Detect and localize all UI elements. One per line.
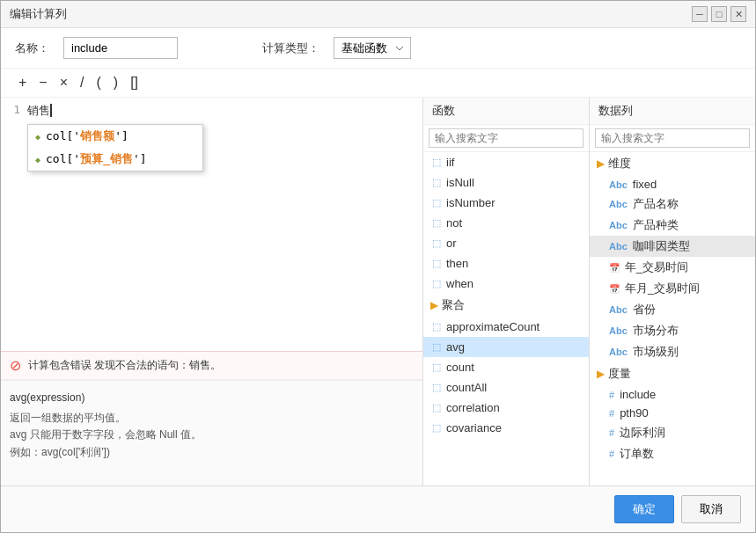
help-title: avg(expression) bbox=[10, 390, 414, 406]
func-label-countAll: countAll bbox=[446, 381, 487, 394]
columns-panel-title: 数据列 bbox=[590, 98, 755, 125]
col-item-pth90[interactable]: # pth90 bbox=[590, 404, 755, 422]
rparen-button[interactable]: ) bbox=[110, 74, 121, 91]
col-name-product-type: 产品种类 bbox=[633, 217, 679, 233]
col-group-label-dimensions: 维度 bbox=[608, 156, 631, 172]
main-area: 1 销售​ ◆ col['销售额'] ◆ col['预算_销售'] bbox=[1, 98, 755, 486]
col-item-margin[interactable]: # 边际利润 bbox=[590, 422, 755, 443]
col-type-icon-market-level: Abc bbox=[609, 347, 628, 357]
col-name-orders: 订单数 bbox=[620, 446, 654, 462]
col-name-fixed: fixed bbox=[633, 178, 657, 191]
col-item-market-level[interactable]: Abc 市场级别 bbox=[590, 341, 755, 362]
bracket-button[interactable]: [] bbox=[127, 74, 142, 91]
multiply-button[interactable]: × bbox=[56, 74, 71, 91]
col-type-icon-market-dist: Abc bbox=[609, 325, 628, 336]
func-label-covariance: covariance bbox=[446, 421, 502, 434]
func-icon-covariance: ⬚ bbox=[432, 422, 441, 434]
col-name-yearmonth-trade: 年月_交易时间 bbox=[625, 281, 700, 296]
func-label-count: count bbox=[446, 361, 474, 374]
title-bar: 编辑计算列 ─ □ ✕ bbox=[1, 1, 755, 28]
col-group-header-measures[interactable]: ▶ 度量 bbox=[590, 362, 755, 385]
plus-button[interactable]: + bbox=[15, 74, 30, 91]
error-icon: ⊘ bbox=[10, 357, 21, 374]
col-name-product-name: 产品名称 bbox=[633, 196, 679, 212]
func-item-iif[interactable]: ⬚ iif bbox=[423, 152, 589, 172]
func-item-isNumber[interactable]: ⬚ isNumber bbox=[423, 193, 589, 213]
functions-panel-title: 函数 bbox=[423, 98, 589, 125]
col-item-orders[interactable]: # 订单数 bbox=[590, 443, 755, 464]
functions-panel: 函数 ⬚ iif ⬚ isNull ⬚ isNumber bbox=[423, 98, 590, 486]
name-input[interactable] bbox=[63, 37, 178, 59]
col-type-icon-coffee-type: Abc bbox=[609, 241, 628, 252]
func-label-correlation: correlation bbox=[446, 401, 500, 414]
title-controls: ─ □ ✕ bbox=[692, 6, 746, 22]
col-type-icon-product-type: Abc bbox=[609, 220, 628, 230]
col-item-province[interactable]: Abc 省份 bbox=[590, 299, 755, 320]
autocomplete-item-1[interactable]: ◆ col['销售额'] bbox=[28, 125, 202, 148]
func-item-or[interactable]: ⬚ or bbox=[423, 233, 589, 253]
col-type-icon-product-name: Abc bbox=[609, 199, 628, 209]
dialog-title: 编辑计算列 bbox=[10, 6, 67, 22]
col-item-market-dist[interactable]: Abc 市场分布 bbox=[590, 320, 755, 341]
func-item-count[interactable]: ⬚ count bbox=[423, 357, 589, 377]
col-item-year-trade[interactable]: 📅 年_交易时间 bbox=[590, 257, 755, 278]
autocomplete-item-2[interactable]: ◆ col['预算_销售'] bbox=[28, 148, 202, 171]
col-item-product-type[interactable]: Abc 产品种类 bbox=[590, 215, 755, 236]
minus-button[interactable]: − bbox=[35, 74, 50, 91]
func-icon-countAll: ⬚ bbox=[432, 382, 441, 393]
col-item-fixed[interactable]: Abc fixed bbox=[590, 175, 755, 193]
func-label-not: not bbox=[446, 216, 462, 230]
col-item-yearmonth-trade[interactable]: 📅 年月_交易时间 bbox=[590, 278, 755, 299]
col-name-pth90: pth90 bbox=[620, 406, 649, 420]
divide-button[interactable]: / bbox=[77, 74, 87, 91]
col-name-province: 省份 bbox=[633, 302, 656, 318]
code-text: 销售 bbox=[27, 104, 50, 117]
form-row: 名称： 计算类型： 基础函数 高级函数 bbox=[1, 28, 755, 69]
col-name-year-trade: 年_交易时间 bbox=[625, 259, 688, 275]
folder-icon-dimensions: ▶ bbox=[597, 157, 605, 170]
diamond-icon-2: ◆ bbox=[35, 155, 40, 164]
func-item-not[interactable]: ⬚ not bbox=[423, 213, 589, 233]
lparen-button[interactable]: ( bbox=[92, 74, 104, 91]
func-item-approximateCount[interactable]: ⬚ approximateCount bbox=[423, 317, 589, 337]
func-icon-count: ⬚ bbox=[432, 361, 441, 373]
dialog: 编辑计算列 ─ □ ✕ 名称： 计算类型： 基础函数 高级函数 + − × / … bbox=[0, 0, 756, 533]
editor-panel: 1 销售​ ◆ col['销售额'] ◆ col['预算_销售'] bbox=[1, 98, 423, 486]
col-item-product-name[interactable]: Abc 产品名称 bbox=[590, 193, 755, 215]
col-item-coffee-type[interactable]: Abc 咖啡因类型 bbox=[590, 236, 755, 257]
col-name-market-level: 市场级别 bbox=[633, 344, 679, 360]
func-item-then[interactable]: ⬚ then bbox=[423, 253, 589, 274]
calc-type-label: 计算类型： bbox=[262, 40, 319, 56]
confirm-button[interactable]: 确定 bbox=[614, 495, 674, 523]
maximize-button[interactable]: □ bbox=[711, 6, 727, 22]
func-icon-then: ⬚ bbox=[432, 258, 441, 269]
func-item-isNull[interactable]: ⬚ isNull bbox=[423, 172, 589, 193]
functions-search-input[interactable] bbox=[429, 128, 584, 148]
columns-panel: 数据列 ▶ 维度 Abc fixed bbox=[590, 98, 755, 486]
close-button[interactable]: ✕ bbox=[730, 6, 746, 22]
func-item-avg[interactable]: ⬚ avg bbox=[423, 337, 589, 357]
col-group-header-dimensions[interactable]: ▶ 维度 bbox=[590, 152, 755, 175]
col-group-label-measures: 度量 bbox=[608, 366, 631, 382]
col-type-icon-pth90: # bbox=[609, 408, 614, 419]
toolbar: + − × / ( ) [] bbox=[1, 69, 755, 98]
minimize-button[interactable]: ─ bbox=[692, 6, 708, 22]
code-area[interactable]: 1 销售​ ◆ col['销售额'] ◆ col['预算_销售'] bbox=[1, 98, 422, 351]
func-label-isNull: isNull bbox=[446, 176, 474, 189]
group-header-aggregate[interactable]: ▶ 聚合 bbox=[423, 294, 589, 317]
func-icon-iif: ⬚ bbox=[432, 157, 441, 168]
cancel-button[interactable]: 取消 bbox=[681, 495, 741, 523]
func-item-covariance[interactable]: ⬚ covariance bbox=[423, 418, 589, 438]
func-label-iif: iif bbox=[446, 156, 454, 169]
folder-icon-measures: ▶ bbox=[597, 368, 605, 380]
func-item-correlation[interactable]: ⬚ correlation bbox=[423, 398, 589, 418]
col-item-include[interactable]: # include bbox=[590, 385, 755, 404]
calc-type-select[interactable]: 基础函数 高级函数 bbox=[334, 37, 411, 59]
func-label-approxCount: approximateCount bbox=[446, 320, 539, 333]
func-item-when[interactable]: ⬚ when bbox=[423, 274, 589, 294]
columns-search-input[interactable] bbox=[595, 128, 750, 148]
func-item-countAll[interactable]: ⬚ countAll bbox=[423, 377, 589, 398]
autocomplete-dropdown: ◆ col['销售额'] ◆ col['预算_销售'] bbox=[27, 124, 203, 172]
col-type-icon-include: # bbox=[609, 390, 614, 400]
col-type-icon-margin: # bbox=[609, 427, 614, 438]
